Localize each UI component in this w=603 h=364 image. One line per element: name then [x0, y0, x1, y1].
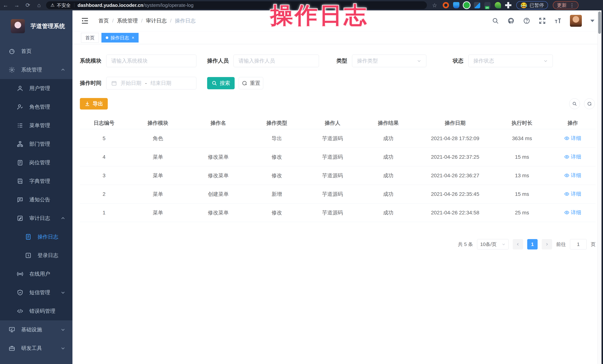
sidebar-item-online-users[interactable]: 在线用户 — [0, 265, 72, 283]
extension-icon-dark-blue[interactable] — [474, 2, 480, 8]
browser-home-icon[interactable]: ⌂ — [34, 0, 45, 11]
prev-page-button[interactable] — [513, 239, 523, 250]
cell-log-id: 1 — [80, 210, 128, 216]
close-tag-icon[interactable]: × — [132, 35, 134, 40]
cell-module: 角色 — [128, 135, 188, 142]
sidebar-item-label: 操作日志 — [37, 233, 58, 240]
user-avatar[interactable] — [570, 15, 582, 27]
github-icon[interactable] — [508, 17, 515, 24]
browser-reload-icon[interactable]: ⟳ — [22, 0, 34, 11]
tag-home[interactable]: 首页 — [81, 33, 99, 43]
profile-paused-button[interactable]: 😂 已暂停 — [516, 1, 548, 9]
extension-icon-green-leaf[interactable] — [495, 2, 501, 8]
reset-button[interactable]: 重置 — [239, 77, 263, 89]
help-icon[interactable] — [523, 17, 530, 24]
sidebar-item-menu-mgmt[interactable]: 菜单管理 — [0, 116, 72, 135]
sidebar-item-home[interactable]: 首页 — [0, 42, 72, 61]
message-icon — [17, 196, 23, 203]
sidebar-item-infrastructure[interactable]: 基础设施 — [0, 320, 72, 339]
sidebar-item-system-mgmt[interactable]: 系统管理 — [0, 61, 72, 79]
cell-type: 导出 — [249, 135, 305, 142]
chevron-down-icon — [417, 59, 421, 63]
next-page-button[interactable] — [542, 239, 552, 250]
cell-duration: 25 ms — [494, 210, 550, 216]
app-logo-row[interactable]: 芋道管理系统 — [0, 11, 72, 42]
table-row: 3 菜单 修改菜单 修改 芋道源码 成功 2021-04-26 22:36:27… — [80, 166, 596, 185]
sidebar-item-role-mgmt[interactable]: 角色管理 — [0, 98, 72, 116]
refresh-table-button[interactable] — [584, 98, 595, 109]
toggle-search-button[interactable] — [569, 98, 580, 109]
browser-update-button[interactable]: 更新 ⋮ — [553, 1, 579, 9]
chevron-right-icon — [545, 243, 549, 246]
search-icon[interactable] — [492, 17, 499, 24]
detail-link[interactable]: 详细 — [564, 190, 581, 198]
extension-icon-blue-drop[interactable] — [453, 2, 459, 8]
extension-icon-orange[interactable] — [443, 2, 449, 8]
collapse-sidebar-icon[interactable] — [81, 17, 89, 24]
sidebar-item-notice[interactable]: 通知公告 — [0, 190, 72, 209]
date-range-picker[interactable]: 开始日期 - 结束日期 — [106, 77, 196, 89]
detail-link[interactable]: 详细 — [564, 135, 581, 142]
address-bar[interactable]: ⚠ 不安全 dashboard.yudao.iocoder.cn /system… — [46, 1, 427, 9]
sidebar-item-sms-mgmt[interactable]: 短信管理 — [0, 283, 72, 302]
fullscreen-icon[interactable] — [539, 17, 546, 24]
type-select[interactable]: 操作类型 — [352, 55, 426, 67]
search-button[interactable]: 搜索 — [207, 77, 235, 89]
calendar-icon — [111, 80, 117, 86]
sidebar-item-label: 错误码管理 — [29, 308, 55, 315]
gear-icon — [9, 66, 15, 73]
code-icon — [17, 308, 23, 314]
col-operator: 操作人 — [305, 120, 360, 127]
extension-puzzle-icon[interactable] — [505, 2, 511, 8]
url-separator — [74, 3, 74, 7]
detail-link[interactable]: 详细 — [564, 172, 581, 179]
module-input[interactable] — [111, 58, 191, 64]
extension-icon-green-v[interactable] — [464, 2, 470, 8]
browser-forward-icon[interactable]: → — [11, 0, 22, 11]
status-select[interactable]: 操作状态 — [468, 55, 553, 67]
breadcrumb-audit[interactable]: 审计日志 — [146, 17, 167, 24]
export-button[interactable]: 导出 — [80, 98, 108, 110]
tag-label: 首页 — [85, 35, 94, 41]
reset-button-label: 重置 — [250, 80, 260, 87]
cell-log-id: 5 — [80, 135, 128, 142]
cell-type: 修改 — [249, 154, 305, 161]
avatar-caret-icon[interactable] — [590, 20, 594, 22]
font-size-icon[interactable] — [554, 17, 561, 24]
page-number-1[interactable]: 1 — [527, 239, 538, 250]
sidebar-item-operate-log[interactable]: 操作日志 — [0, 228, 72, 246]
detail-link[interactable]: 详细 — [564, 153, 581, 160]
tag-operate-log[interactable]: 操作日志 × — [101, 33, 139, 43]
sidebar-item-dict-mgmt[interactable]: 字典管理 — [0, 172, 72, 190]
chevron-down-icon — [60, 327, 65, 332]
operate-log-table: 日志编号 操作模块 操作名 操作类型 操作人 操作结果 操作日期 执行时长 操作… — [80, 117, 596, 222]
cell-module: 菜单 — [128, 191, 188, 198]
sidebar-item-dev-tools[interactable]: 研发工具 — [0, 339, 72, 357]
scrollbar-thumb[interactable] — [598, 11, 601, 34]
operator-input[interactable] — [239, 58, 314, 64]
goto-page-input[interactable] — [570, 239, 587, 250]
signal-icon — [17, 271, 23, 277]
browser-menu-icon[interactable]: ⋮ — [569, 2, 574, 8]
cell-result: 成功 — [360, 154, 416, 161]
operator-label: 操作人员 — [207, 57, 229, 65]
sidebar-item-errcode-mgmt[interactable]: 错误码管理 — [0, 302, 72, 320]
extension-icon-on-badge[interactable] — [484, 2, 491, 8]
breadcrumb-system[interactable]: 系统管理 — [117, 17, 138, 24]
chevron-left-icon — [516, 243, 520, 246]
sidebar-item-post-mgmt[interactable]: 岗位管理 — [0, 153, 72, 172]
cell-operator: 芋道源码 — [305, 172, 360, 179]
col-action: 操作 — [550, 120, 596, 127]
sidebar-item-user-mgmt[interactable]: 用户管理 — [0, 79, 72, 98]
browser-back-icon[interactable]: ← — [0, 0, 11, 11]
page-size-select[interactable]: 10条/页 — [477, 239, 509, 250]
sidebar-item-login-log[interactable]: 登录日志 — [0, 246, 72, 265]
sidebar-item-dept-mgmt[interactable]: 部门管理 — [0, 135, 72, 153]
sidebar-item-audit-log[interactable]: 审计日志 — [0, 209, 72, 228]
breadcrumb-home[interactable]: 首页 — [98, 17, 109, 24]
page-scrollbar[interactable] — [597, 11, 602, 364]
type-label: 类型 — [336, 57, 347, 65]
cell-type: 修改 — [249, 209, 305, 216]
detail-link[interactable]: 详细 — [564, 209, 581, 216]
bookmark-star-icon[interactable]: ☆ — [432, 2, 437, 9]
